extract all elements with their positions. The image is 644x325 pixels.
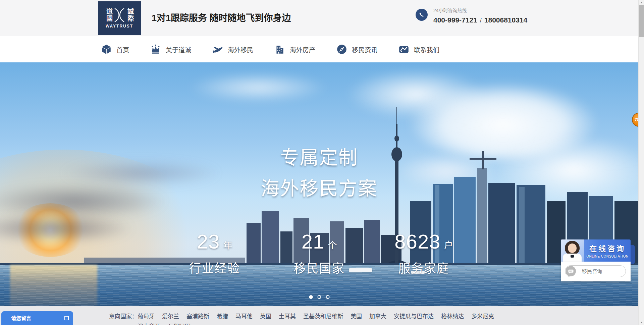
page: 道國 誠際 WAYTRUST 1对1跟踪服务 随时随地飞到你身边 24小时咨询热… <box>0 0 638 325</box>
footer-countries-row: 意向国家： 葡萄牙 爱尔兰 塞浦路斯 希腊 马耳他 英国 土耳其 圣基茨和尼维斯… <box>109 312 530 325</box>
leave-message-bar[interactable]: 请您留言 <box>1 311 73 325</box>
stat-unit: 年 <box>223 238 232 251</box>
sun-reflection <box>10 265 97 306</box>
avatar-face <box>568 243 577 253</box>
phone-primary: 400-999-7121 <box>433 16 477 24</box>
message-bar-label: 请您留言 <box>11 311 31 325</box>
hero-banner: 专属定制 海外移民方案 23年 行业经验 21个 移民国家 8623户 服务家庭 <box>0 62 638 306</box>
plane-icon <box>212 44 223 55</box>
chat-bubble-icon <box>566 266 576 276</box>
hero-title-line1: 专属定制 <box>0 142 638 173</box>
consultation-header: 在线咨询 ONLINE CONSULTATION <box>561 239 631 262</box>
nav-item-immigration[interactable]: 海外移民 <box>212 44 253 55</box>
country-link-grenada[interactable]: 格林纳达 <box>441 312 464 322</box>
handshake-icon <box>398 44 410 55</box>
nav-item-property[interactable]: 海外房产 <box>274 44 315 55</box>
building-icon <box>274 44 285 55</box>
carousel-dots <box>309 295 329 299</box>
avatar-bow <box>571 255 574 258</box>
crown-icon <box>150 44 161 55</box>
stat-unit: 户 <box>444 238 453 251</box>
country-link-canada[interactable]: 加拿大 <box>369 312 386 322</box>
phone-numbers: 400-999-7121/18006810314 <box>433 16 527 24</box>
nav-label: 海外房产 <box>290 45 315 54</box>
logo[interactable]: 道國 誠際 WAYTRUST <box>98 1 141 35</box>
hero-stats: 23年 行业经验 21个 移民国家 8623户 服务家庭 <box>162 230 476 276</box>
country-link-portugal[interactable]: 葡萄牙 <box>138 312 155 322</box>
compass-icon <box>336 44 347 55</box>
country-list: 葡萄牙 爱尔兰 塞浦路斯 希腊 马耳他 英国 土耳其 圣基茨和尼维斯 美国 加拿… <box>138 312 530 325</box>
carousel-dot-1[interactable] <box>309 295 313 299</box>
nav-label: 移民资讯 <box>352 45 377 54</box>
consultant-avatar <box>561 239 584 262</box>
top-header: 道國 誠際 WAYTRUST 1对1跟踪服务 随时随地飞到你身边 24小时咨询热… <box>0 0 638 36</box>
stat-families: 8623户 服务家庭 <box>372 230 476 276</box>
stat-value: 23 <box>197 230 220 253</box>
stat-label: 服务家庭 <box>372 259 476 276</box>
stat-value: 8623 <box>394 230 440 253</box>
stat-countries: 21个 移民国家 <box>267 230 372 276</box>
consultation-body: 移民咨询 <box>561 262 631 281</box>
country-link-stkitts[interactable]: 圣基茨和尼维斯 <box>303 312 343 322</box>
hero-title-line2: 海外移民方案 <box>0 173 638 204</box>
nav-label: 首页 <box>116 45 129 54</box>
logo-en: WAYTRUST <box>106 24 133 29</box>
phone-separator: / <box>477 17 484 24</box>
country-link-australia[interactable]: 澳大利亚 <box>138 322 160 325</box>
stat-experience: 23年 行业经验 <box>162 230 267 276</box>
immigration-consult-button[interactable]: 移民咨询 <box>565 265 626 277</box>
carousel-dot-3[interactable] <box>326 295 329 299</box>
consult-button-label: 移民咨询 <box>582 266 602 277</box>
stat-unit: 个 <box>328 238 337 251</box>
logo-mark: 道國 誠際 <box>105 8 133 22</box>
cube-icon <box>101 44 112 55</box>
nav-item-contact[interactable]: 联系我们 <box>398 44 439 55</box>
scrollbar-up-arrow[interactable]: ▲ <box>639 1 644 4</box>
stat-label: 移民国家 <box>267 259 372 276</box>
hotline-label: 24小时咨询热线 <box>433 7 467 13</box>
nav-label: 关于道诚 <box>166 45 191 54</box>
consultation-title: 在线咨询 <box>584 242 631 253</box>
scrollbar-thumb[interactable] <box>639 5 644 37</box>
country-link-uk[interactable]: 英国 <box>260 312 271 322</box>
nav-item-about[interactable]: 关于道诚 <box>150 44 191 55</box>
restore-window-icon[interactable] <box>64 316 69 320</box>
nav-item-home[interactable]: 首页 <box>101 44 129 55</box>
hero-title: 专属定制 海外移民方案 <box>0 142 638 204</box>
cloud <box>188 72 329 103</box>
country-link-dominica[interactable]: 多米尼克 <box>471 312 494 322</box>
footer-prefix: 意向国家： <box>109 312 138 322</box>
stat-label: 行业经验 <box>162 259 267 276</box>
footer: 意向国家： 葡萄牙 爱尔兰 塞浦路斯 希腊 马耳他 英国 土耳其 圣基茨和尼维斯… <box>0 306 638 325</box>
nav-label: 联系我们 <box>414 45 439 54</box>
nav-label: 海外移民 <box>228 45 253 54</box>
country-link-ireland[interactable]: 爱尔兰 <box>162 312 179 322</box>
stat-value: 21 <box>302 230 325 253</box>
consultation-titles: 在线咨询 ONLINE CONSULTATION <box>584 239 631 262</box>
country-link-cyprus[interactable]: 塞浦路斯 <box>186 312 209 322</box>
logo-lens-icon <box>114 8 125 22</box>
header-tagline: 1对1跟踪服务 随时随地飞到你身边 <box>152 0 291 36</box>
phone-secondary: 18006810314 <box>484 16 527 24</box>
country-link-turkey[interactable]: 土耳其 <box>279 312 296 322</box>
carousel-dot-2[interactable] <box>317 295 321 299</box>
nav-item-news[interactable]: 移民资讯 <box>336 44 377 55</box>
scrollbar-down-arrow[interactable]: ▼ <box>639 321 644 324</box>
country-link-greece[interactable]: 希腊 <box>217 312 228 322</box>
country-link-vanuatu[interactable]: 瓦努阿图 <box>168 322 191 325</box>
country-link-malta[interactable]: 马耳他 <box>235 312 253 322</box>
logo-cn-right: 誠際 <box>126 8 133 22</box>
scrollbar[interactable]: ▲ ▼ <box>638 0 644 325</box>
consultation-subtitle: ONLINE CONSULTATION <box>584 255 631 258</box>
logo-cn-left: 道國 <box>105 8 112 22</box>
main-nav: 首页 关于道诚 海外移民 <box>0 36 638 62</box>
nav-items: 首页 关于道诚 海外移民 <box>101 36 460 62</box>
phone-icon <box>416 9 428 21</box>
country-link-usa[interactable]: 美国 <box>351 312 362 322</box>
country-link-antigua[interactable]: 安提瓜与巴布达 <box>394 312 434 322</box>
